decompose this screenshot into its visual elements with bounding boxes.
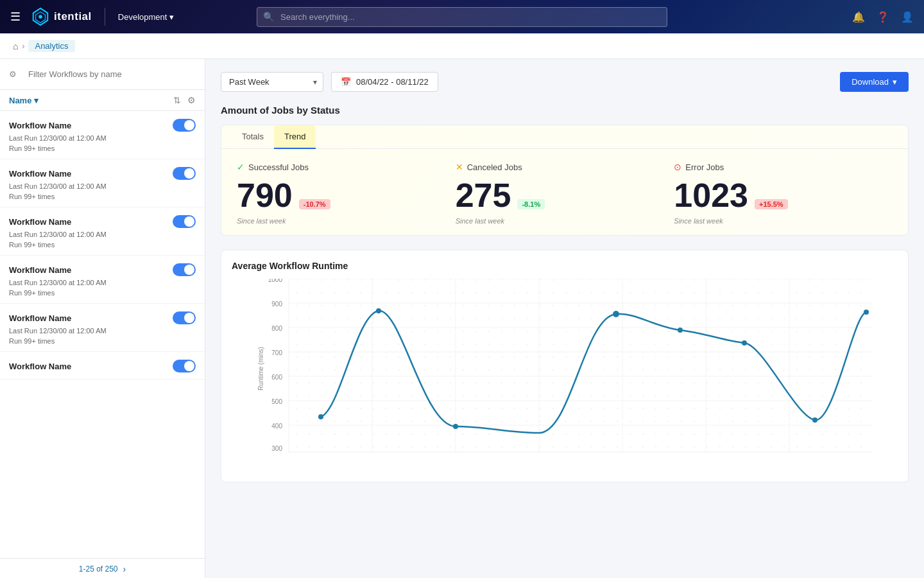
jobs-stat-value-row: 275 -8.1% — [456, 179, 674, 212]
jobs-section-title: Amount of Jobs by Status — [221, 105, 909, 116]
jobs-stat-value-row: 1023 +15.5% — [674, 179, 893, 212]
jobs-stat-label: ✕ Canceled Jobs — [456, 162, 674, 172]
workflow-filter-input[interactable] — [22, 66, 196, 83]
main-content: Past Week Past Month Past 3 Months 📅 08/… — [205, 59, 924, 578]
search-icon: 🔍 — [263, 12, 274, 22]
sidebar-item-runs: Run 99+ times — [9, 241, 196, 249]
sidebar-item-row: Workflow Name — [9, 119, 196, 132]
sidebar-item-meta: Last Run 12/30/00 at 12:00 AM — [9, 279, 196, 286]
workflow-toggle[interactable] — [173, 167, 196, 180]
sidebar-item-runs: Run 99+ times — [9, 289, 196, 297]
user-icon[interactable]: 👤 — [901, 11, 914, 23]
hamburger-icon[interactable]: ☰ — [10, 10, 21, 24]
download-label: Download — [851, 77, 889, 87]
workflow-toggle[interactable] — [173, 311, 196, 324]
svg-text:700: 700 — [271, 349, 282, 356]
jobs-stat-label-text: Successful Jobs — [248, 162, 309, 172]
search-bar: 🔍 — [257, 7, 667, 27]
date-range-text: 08/04/22 - 08/11/22 — [356, 77, 429, 87]
svg-text:300: 300 — [271, 445, 282, 452]
jobs-stat-label: ⊙ Error Jobs — [674, 162, 893, 172]
svg-text:Runtime (mins): Runtime (mins) — [257, 347, 264, 390]
nav-divider — [105, 8, 105, 26]
sidebar-item[interactable]: Workflow Name — [0, 352, 205, 380]
logo-icon — [31, 7, 50, 26]
search-input[interactable] — [257, 7, 667, 27]
sidebar-item[interactable]: Workflow Name Last Run 12/30/00 at 12:00… — [0, 304, 205, 352]
date-range-display[interactable]: 📅 08/04/22 - 08/11/22 — [331, 72, 438, 92]
jobs-stat-since: Since last week — [237, 217, 456, 225]
breadcrumb-current: Analytics — [28, 40, 74, 52]
breadcrumb: ⌂ › Analytics — [0, 33, 924, 59]
sidebar-col-header: Name ▾ ⇅ ⚙ — [0, 90, 205, 111]
svg-point-32 — [613, 311, 619, 317]
sidebar-item[interactable]: Workflow Name Last Run 12/30/00 at 12:00… — [0, 111, 205, 159]
workflow-toggle[interactable] — [173, 360, 196, 372]
sidebar-item-runs: Run 99+ times — [9, 193, 196, 200]
jobs-tabs: Totals Trend — [221, 125, 908, 149]
jobs-stat-error: ⊙ Error Jobs 1023 +15.5% Since last week — [674, 162, 893, 225]
sidebar-col-name[interactable]: Name ▾ — [9, 96, 38, 105]
jobs-stat-cancel: ✕ Canceled Jobs 275 -8.1% Since last wee… — [456, 162, 674, 225]
topnav-icons: 🔔 ❓ 👤 — [852, 11, 914, 23]
chart-title: Average Workflow Runtime — [232, 261, 898, 271]
svg-point-33 — [678, 328, 683, 333]
env-selector[interactable]: Development ▾ — [118, 12, 175, 22]
sort-icon[interactable]: ⇅ — [173, 95, 181, 105]
sidebar-item-runs: Run 99+ times — [9, 144, 196, 152]
sidebar-item[interactable]: Workflow Name Last Run 12/30/00 at 12:00… — [0, 256, 205, 304]
sidebar-footer: 1-25 of 250 › — [0, 558, 205, 578]
period-select[interactable]: Past Week Past Month Past 3 Months — [221, 72, 323, 92]
toolbar: Past Week Past Month Past 3 Months 📅 08/… — [221, 72, 909, 92]
search-wrap: 🔍 — [257, 7, 667, 27]
svg-text:1000: 1000 — [268, 279, 283, 283]
tab-trend[interactable]: Trend — [274, 125, 316, 149]
sidebar-item-runs: Run 99+ times — [9, 337, 196, 345]
jobs-stat-badge: -8.1% — [517, 199, 545, 209]
sidebar-item-name: Workflow Name — [9, 313, 71, 323]
breadcrumb-chevron: › — [22, 42, 24, 51]
workflow-toggle[interactable] — [173, 215, 196, 228]
sidebar: ⚙ Name ▾ ⇅ ⚙ Workflow Name Last Run 12/3… — [0, 59, 205, 578]
sidebar-item[interactable]: Workflow Name Last Run 12/30/00 at 12:00… — [0, 207, 205, 256]
sidebar-item-name: Workflow Name — [9, 217, 71, 227]
home-icon[interactable]: ⌂ — [13, 41, 18, 51]
period-select-wrap: Past Week Past Month Past 3 Months — [221, 72, 323, 92]
sidebar-item-row: Workflow Name — [9, 311, 196, 324]
download-button[interactable]: Download ▾ — [840, 72, 909, 92]
sidebar-item-name: Workflow Name — [9, 169, 71, 179]
sidebar-item-row: Workflow Name — [9, 215, 196, 228]
svg-text:900: 900 — [271, 301, 282, 308]
jobs-stat-since: Since last week — [674, 217, 893, 225]
workflow-toggle[interactable] — [173, 263, 196, 276]
svg-point-30 — [376, 308, 381, 313]
jobs-stat-icon: ✓ — [237, 162, 244, 172]
svg-text:600: 600 — [271, 374, 282, 381]
sidebar-item-meta: Last Run 12/30/00 at 12:00 AM — [9, 134, 196, 142]
sidebar-item-row: Workflow Name — [9, 167, 196, 180]
jobs-stat-icon: ✕ — [456, 162, 463, 172]
env-label: Development — [118, 12, 167, 22]
filter-icon: ⚙ — [9, 69, 17, 79]
sidebar-col-actions: ⇅ ⚙ — [173, 95, 196, 105]
sidebar-list: Workflow Name Last Run 12/30/00 at 12:00… — [0, 111, 205, 558]
svg-text:800: 800 — [271, 325, 282, 332]
jobs-card: Totals Trend ✓ Successful Jobs 790 -10.7… — [221, 125, 909, 236]
svg-point-2 — [38, 15, 42, 19]
main-layout: ⚙ Name ▾ ⇅ ⚙ Workflow Name Last Run 12/3… — [0, 59, 924, 578]
next-page-arrow[interactable]: › — [123, 564, 126, 574]
jobs-stat-value-row: 790 -10.7% — [237, 179, 456, 212]
jobs-stat-since: Since last week — [456, 217, 674, 225]
help-icon[interactable]: ❓ — [877, 11, 889, 23]
svg-text:400: 400 — [271, 423, 282, 430]
settings-icon[interactable]: ⚙ — [187, 95, 196, 105]
sidebar-item-meta: Last Run 12/30/00 at 12:00 AM — [9, 231, 196, 238]
sidebar-item[interactable]: Workflow Name Last Run 12/30/00 at 12:00… — [0, 159, 205, 207]
tab-totals[interactable]: Totals — [232, 125, 274, 149]
jobs-stat-success: ✓ Successful Jobs 790 -10.7% Since last … — [237, 162, 456, 225]
workflow-toggle[interactable] — [173, 119, 196, 132]
jobs-stat-icon: ⊙ — [674, 162, 681, 172]
svg-point-34 — [742, 340, 747, 346]
bell-icon[interactable]: 🔔 — [852, 11, 865, 23]
svg-point-35 — [812, 417, 817, 423]
